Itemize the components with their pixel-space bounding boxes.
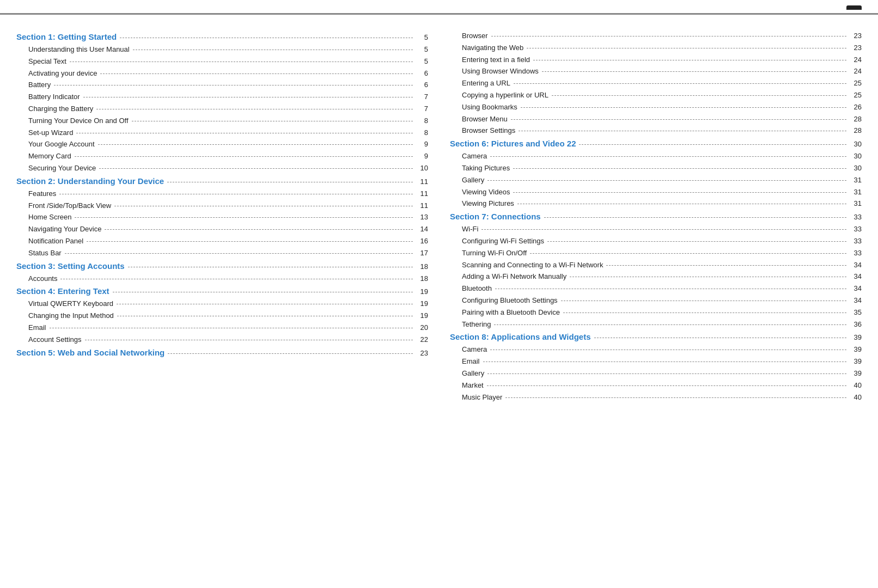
toc-page-number: 39	[850, 368, 862, 379]
toc-page-number: 39	[850, 332, 862, 344]
toc-item-label: Set-up Wizard	[28, 127, 73, 139]
toc-item-label: Securing Your Device	[28, 163, 96, 174]
toc-dots	[495, 289, 846, 289]
toc-item-label: Gallery	[462, 368, 484, 379]
toc-page-number: 19	[416, 286, 428, 298]
toc-dots	[542, 71, 846, 72]
toc-item: Charging the Battery7	[16, 103, 428, 115]
toc-item-label: Entering a URL	[462, 78, 510, 89]
toc-dots	[98, 144, 413, 145]
toc-dots	[87, 241, 413, 242]
toc-item: Viewing Videos31	[450, 187, 862, 198]
toc-page-number: 30	[850, 139, 862, 150]
toc-page-number: 28	[850, 114, 862, 125]
toc-dots	[114, 206, 413, 206]
toc-dots	[579, 144, 846, 145]
toc-item-label: Entering text in a field	[462, 54, 530, 66]
toc-item-label: Browser Settings	[462, 125, 515, 137]
toc-dots	[513, 168, 846, 169]
toc-item: Entering text in a field24	[450, 54, 862, 66]
toc-page-number: 7	[416, 103, 428, 115]
toc-dots	[100, 74, 413, 74]
toc-item-label: Scanning and Connecting to a Wi-Fi Netwo…	[462, 260, 603, 271]
toc-page-number: 33	[850, 248, 862, 259]
toc-dots	[517, 204, 846, 204]
toc-dots	[50, 328, 413, 328]
toc-dots	[521, 107, 846, 108]
toc-item-label: Email	[462, 356, 480, 367]
toc-page-number: 34	[850, 260, 862, 271]
toc-item-label: Your Google Account	[28, 139, 95, 150]
toc-item: Navigating Your Device14	[16, 224, 428, 235]
toc-item: Market40	[450, 380, 862, 391]
page-badge	[846, 5, 862, 10]
toc-dots	[105, 229, 413, 230]
toc-page-number: 28	[850, 125, 862, 137]
toc-item: Notification Panel16	[16, 236, 428, 247]
toc-dots	[552, 95, 846, 96]
toc-dots	[75, 217, 413, 218]
toc-page-number: 40	[850, 392, 862, 403]
toc-item: Adding a Wi-Fi Network Manually34	[450, 271, 862, 283]
toc-item-label: Adding a Wi-Fi Network Manually	[462, 271, 566, 283]
toc-dots	[519, 131, 846, 131]
toc-page-number: 6	[416, 79, 428, 91]
toc-item: Using Bookmarks26	[450, 102, 862, 113]
toc-item-label: Pairing with a Bluetooth Device	[462, 307, 560, 318]
toc-dots	[563, 313, 846, 313]
toc-item-label: Viewing Pictures	[462, 198, 514, 210]
toc-dots	[132, 121, 413, 121]
toc-dots	[490, 156, 846, 157]
toc-page-number: 9	[416, 151, 428, 162]
section-title: Section 6: Pictures and Video 22	[450, 137, 576, 150]
toc-item-label: Understanding this User Manual	[28, 44, 130, 56]
section-title: Section 4: Entering Text	[16, 285, 109, 298]
toc-item: Music Player40	[450, 392, 862, 403]
toc-dots	[544, 217, 846, 218]
toc-page-number: 5	[416, 32, 428, 44]
toc-item: Using Browser Windows24	[450, 66, 862, 77]
toc-dots	[527, 48, 846, 48]
section-title: Section 1: Getting Started	[16, 30, 117, 44]
toc-item-label: Virtual QWERTY Keyboard	[28, 298, 113, 310]
toc-item: Browser23	[450, 30, 862, 42]
toc-item: Turning Your Device On and Off8	[16, 115, 428, 127]
toc-page-number: 8	[416, 115, 428, 127]
toc-item-label: Special Text	[28, 56, 66, 68]
toc-dots	[70, 62, 413, 62]
toc-dots	[83, 97, 413, 97]
toc-dots	[487, 180, 846, 181]
toc-item-label: Tethering	[462, 319, 491, 330]
toc-page-number: 19	[416, 298, 428, 310]
toc-page-number: 5	[416, 44, 428, 56]
toc-item-label: Browser	[462, 30, 488, 42]
section-heading: Section 4: Entering Text19	[16, 285, 428, 298]
toc-dots	[491, 36, 846, 36]
toc-page-number: 14	[416, 224, 428, 235]
section-heading: Section 2: Understanding Your Device11	[16, 175, 428, 188]
toc-item: Virtual QWERTY Keyboard19	[16, 298, 428, 310]
toc-item: Status Bar17	[16, 248, 428, 259]
toc-dots	[530, 253, 846, 254]
toc-item-label: Features	[28, 188, 56, 200]
toc-item: Entering a URL25	[450, 78, 862, 89]
section-heading: Section 6: Pictures and Video 2230	[450, 137, 862, 150]
toc-item-label: Status Bar	[28, 248, 62, 259]
toc-page-number: 13	[416, 212, 428, 223]
toc-page-number: 11	[416, 200, 428, 212]
toc-page-number: 31	[850, 175, 862, 186]
toc-page-number: 18	[416, 261, 428, 273]
toc-item: Your Google Account9	[16, 139, 428, 150]
section-heading: Section 7: Connections33	[450, 210, 862, 223]
toc-page-number: 5	[416, 56, 428, 68]
toc-item-label: Battery	[28, 79, 51, 91]
toc-item-label: Navigating Your Device	[28, 224, 101, 235]
toc-dots	[511, 119, 846, 120]
toc-item: Viewing Pictures31	[450, 198, 862, 210]
toc-page-number: 22	[416, 334, 428, 346]
toc-item-label: Navigating the Web	[462, 42, 523, 54]
toc-dots	[487, 385, 846, 386]
toc-page-number: 23	[416, 348, 428, 359]
toc-item-label: Memory Card	[28, 151, 71, 162]
section-title: Section 2: Understanding Your Device	[16, 175, 164, 188]
